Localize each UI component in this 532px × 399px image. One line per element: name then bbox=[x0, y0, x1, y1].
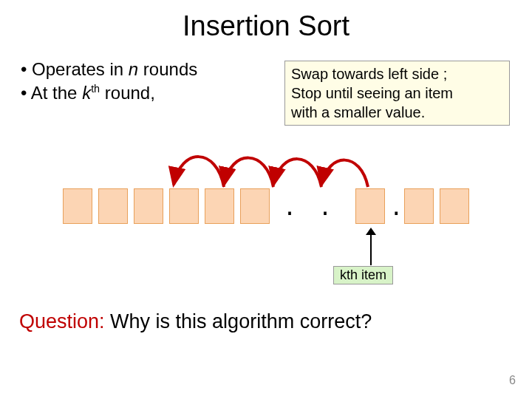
array-box bbox=[440, 188, 469, 224]
bullet-1: Operates in n rounds bbox=[21, 58, 197, 81]
array-box bbox=[205, 188, 234, 224]
note-box: Swap towards left side ; Stop until seei… bbox=[284, 61, 510, 126]
bullet-2-pre: At the bbox=[31, 83, 82, 103]
array-diagram: . . . . . bbox=[63, 144, 477, 233]
bullet-2-post: round, bbox=[100, 83, 155, 103]
array-box bbox=[169, 188, 199, 224]
array-box bbox=[63, 188, 92, 224]
note-line-2: Stop until seeing an item bbox=[291, 85, 453, 101]
bullet-2-th: th bbox=[91, 83, 100, 95]
array-box bbox=[404, 188, 434, 224]
bullet-1-n: n bbox=[129, 59, 138, 79]
question-text: Question: Why is this algorithm correct? bbox=[19, 310, 372, 333]
slide-title: Insertion Sort bbox=[0, 0, 532, 42]
question-body: Why is this algorithm correct? bbox=[105, 310, 372, 332]
bullet-2-k: k bbox=[82, 83, 91, 103]
question-label: Question: bbox=[19, 310, 105, 332]
kth-item-label: kth item bbox=[333, 266, 393, 284]
array-box bbox=[98, 188, 128, 224]
page-number: 6 bbox=[509, 374, 516, 387]
bullet-list: Operates in n rounds At the kth round, bbox=[21, 58, 197, 106]
bullet-1-post: rounds bbox=[138, 59, 197, 79]
array-box bbox=[240, 188, 270, 224]
array-box-kth bbox=[355, 188, 385, 224]
kth-arrow-icon bbox=[358, 225, 387, 269]
bullet-1-pre: Operates in bbox=[32, 59, 129, 79]
array-box bbox=[134, 188, 163, 224]
note-line-1: Swap towards left side ; bbox=[291, 66, 447, 82]
note-line-3: with a smaller value. bbox=[291, 104, 425, 120]
bullet-2: At the kth round, bbox=[21, 81, 197, 105]
